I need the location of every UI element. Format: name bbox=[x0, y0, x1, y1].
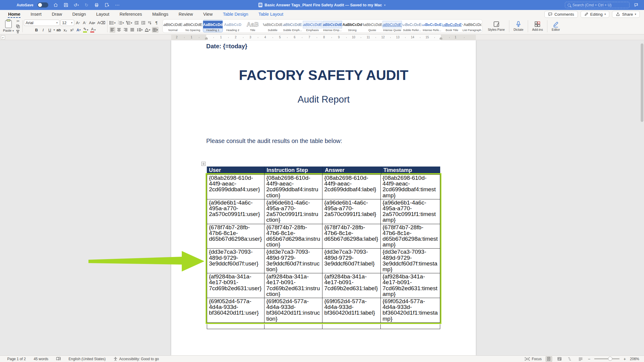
zoom-in-button[interactable]: + bbox=[623, 357, 626, 361]
date-line[interactable]: Date: {=today} bbox=[206, 43, 247, 50]
comments-button[interactable]: Comments bbox=[544, 11, 578, 18]
addins-button[interactable]: Add-ins bbox=[529, 18, 546, 34]
bold-button[interactable]: B bbox=[34, 27, 39, 33]
styles-pane-button[interactable]: Styles Pane bbox=[485, 18, 508, 34]
table-select-handle-icon[interactable] bbox=[201, 162, 206, 166]
font-size-select[interactable]: 12 ▾ bbox=[60, 20, 74, 26]
table-cell[interactable]: {678f74b7-28fb-47b6-8c1e-d65b67d6298a:us… bbox=[207, 224, 264, 249]
feedback-icon[interactable] bbox=[633, 2, 639, 8]
print-icon[interactable] bbox=[94, 2, 100, 8]
page-indicator[interactable]: Page 1 of 2 bbox=[7, 357, 26, 361]
table-cell[interactable]: {678f74b7-28fb-47b6-8c1e-d65b67d6298a:ti… bbox=[381, 224, 439, 249]
table-cell-empty[interactable] bbox=[264, 324, 322, 329]
search-input[interactable]: Search (Cmd + Ctrl + U) bbox=[565, 2, 630, 8]
table-cell[interactable]: {678f74b7-28fb-47b6-8c1e-d65b67d6298a:in… bbox=[264, 224, 322, 249]
table-cell-empty[interactable] bbox=[322, 324, 381, 329]
underline-button[interactable]: U bbox=[47, 27, 53, 33]
numbered-list-button[interactable]: ▾ bbox=[117, 20, 125, 26]
style-chip-normal[interactable]: AaBbCcDdEeNormal bbox=[163, 20, 183, 32]
table-cell[interactable]: {af9284ba-341a-4e17-b091-7cd69b2ed631:us… bbox=[207, 273, 264, 298]
underline-chevron-icon[interactable]: ▾ bbox=[53, 28, 55, 31]
paste-button[interactable]: Paste ▾ bbox=[3, 20, 14, 32]
tab-home[interactable]: Home bbox=[3, 11, 25, 18]
outline-view-button[interactable] bbox=[567, 356, 573, 362]
accessibility-status[interactable]: Accessibility: Good to go bbox=[114, 357, 159, 361]
tab-layout[interactable]: Layout bbox=[91, 11, 115, 18]
strikethrough-button[interactable]: ab bbox=[56, 27, 62, 33]
web-layout-view-button[interactable] bbox=[556, 356, 563, 362]
table-cell[interactable]: {dd3e7ca3-7093-489d-9729-3e9ddcf60d7f:ti… bbox=[381, 249, 439, 273]
style-chip-subtle-emph-[interactable]: AaBbCcDdEeSubtle Emph... bbox=[283, 20, 303, 32]
tab-design[interactable]: Design bbox=[67, 11, 91, 18]
table-cell-empty[interactable] bbox=[381, 324, 439, 329]
vertical-scrollbar-thumb[interactable] bbox=[641, 43, 643, 122]
editing-mode-button[interactable]: Editing ▾ bbox=[581, 11, 610, 18]
style-chip-intense-refe-[interactable]: AaBbCcDdEeIntense Refe... bbox=[422, 20, 442, 32]
copy-icon[interactable] bbox=[15, 24, 21, 29]
tab-view[interactable]: View bbox=[198, 11, 218, 18]
style-chip-book-title[interactable]: AaBbCcDdEeBook Title bbox=[442, 20, 462, 32]
tab-draw[interactable]: Draw bbox=[47, 11, 67, 18]
column-header[interactable]: User bbox=[207, 167, 264, 174]
clear-formatting-button[interactable]: A⌫ bbox=[97, 20, 106, 26]
style-chip-no-spacing[interactable]: AaBbCcDdEeNo Spacing bbox=[183, 20, 203, 32]
change-case-button[interactable]: Aa ▾ bbox=[88, 20, 96, 26]
format-painter-icon[interactable] bbox=[15, 29, 21, 34]
autosave-toggle[interactable] bbox=[37, 2, 48, 8]
text-effects-button[interactable]: A ▾ bbox=[76, 27, 82, 33]
style-chip-list-paragraph[interactable]: • AaBbCcDdList Paragraph bbox=[462, 20, 482, 32]
justify-button[interactable] bbox=[130, 27, 135, 33]
tab-insert[interactable]: Insert bbox=[25, 11, 46, 18]
zoom-level[interactable]: 206% bbox=[630, 357, 639, 361]
column-header[interactable]: Answer bbox=[323, 167, 381, 174]
undo-chevron-icon[interactable]: ▾ bbox=[77, 4, 79, 7]
subscript-button[interactable]: x₂ bbox=[62, 27, 68, 33]
table-cell[interactable]: {a96de6b1-4a6c-495a-a770-2a570c0991f1:la… bbox=[322, 199, 381, 224]
grow-font-button[interactable]: A˄ bbox=[75, 20, 81, 26]
table-cell[interactable]: {678f74b7-28fb-47b6-8c1e-d65b67d6298a:la… bbox=[322, 224, 381, 249]
sort-button[interactable] bbox=[147, 20, 153, 26]
decrease-indent-button[interactable] bbox=[134, 20, 139, 26]
table-cell[interactable]: {af9284ba-341a-4e17-b091-7cd69b2ed631:ti… bbox=[381, 273, 439, 298]
table-cell[interactable]: {08ab2698-610d-44f9-aeac-2cd699ddbaf4:in… bbox=[264, 175, 322, 199]
share-button[interactable]: Share ▾ bbox=[612, 11, 640, 18]
table-cell[interactable]: {69f052d4-577a-4d4a-933d-bf360420d1f1:in… bbox=[264, 298, 322, 322]
increase-indent-button[interactable] bbox=[140, 20, 146, 26]
bullet-list-button[interactable]: ▾ bbox=[109, 20, 116, 26]
tab-mailings[interactable]: Mailings bbox=[147, 11, 173, 18]
column-header[interactable]: Instruction Step bbox=[264, 167, 323, 174]
tab-review[interactable]: Review bbox=[173, 11, 198, 18]
table-cell[interactable]: {69f052d4-577a-4d4a-933d-bf360420d1f1:ti… bbox=[381, 298, 439, 322]
style-chip-intense-emp-[interactable]: AaBbCcDdEeIntense Emp... bbox=[322, 20, 342, 32]
tab-references[interactable]: References bbox=[114, 11, 147, 18]
style-chip-subtitle[interactable]: AaBbCcDdESubtitle bbox=[263, 20, 283, 32]
shading-button[interactable]: ▾ bbox=[144, 27, 151, 33]
show-paragraph-marks-button[interactable]: ¶ bbox=[154, 20, 159, 26]
align-right-button[interactable] bbox=[123, 27, 129, 33]
more-commands-icon[interactable]: ⋯ bbox=[114, 2, 120, 8]
style-chip-heading-1[interactable]: AaBbCcDdHeading 1 bbox=[203, 20, 223, 32]
zoom-out-button[interactable]: − bbox=[588, 357, 590, 361]
table-cell[interactable]: {af9284ba-341a-4e17-b091-7cd69b2ed631:in… bbox=[264, 273, 322, 298]
table-cell[interactable]: {af9284ba-341a-4e17-b091-7cd69b2ed631:la… bbox=[322, 273, 381, 298]
shrink-font-button[interactable]: Aˇ bbox=[82, 20, 88, 26]
style-chip-emphasis[interactable]: AaBbCcDdEeEmphasis bbox=[303, 20, 322, 32]
document-subheading[interactable]: Audit Report bbox=[206, 94, 441, 105]
style-chip-heading-2[interactable]: AaBbCcDHeading 2 bbox=[223, 20, 243, 32]
focus-mode-button[interactable]: Focus bbox=[525, 357, 542, 361]
dictate-button[interactable]: Dictate bbox=[511, 18, 527, 34]
style-chip-subtle-refer-[interactable]: AaBbCcDdEeSubtle Refer... bbox=[402, 20, 422, 32]
font-color-button[interactable]: A▾ bbox=[90, 27, 96, 33]
italic-button[interactable]: I bbox=[40, 27, 46, 33]
table-cell[interactable]: {08ab2698-610d-44f9-aeac-2cd699ddbaf4:us… bbox=[207, 175, 264, 199]
zoom-slider-knob[interactable] bbox=[608, 357, 612, 361]
editor-button[interactable]: Editor bbox=[549, 18, 563, 34]
table-cell[interactable]: {dd3e7ca3-7093-489d-9729-3e9ddcf60d7f:us… bbox=[207, 249, 264, 273]
line-spacing-button[interactable]: ▾ bbox=[136, 27, 143, 33]
zoom-slider[interactable] bbox=[594, 358, 620, 359]
table-cell-empty[interactable] bbox=[207, 324, 264, 329]
spellcheck-status[interactable] bbox=[56, 357, 61, 361]
style-chip-intense-quote[interactable]: AaBbCcDdEeIntense Quote bbox=[382, 20, 402, 32]
column-header[interactable]: Timestamp bbox=[381, 167, 440, 174]
superscript-button[interactable]: x² bbox=[69, 27, 75, 33]
